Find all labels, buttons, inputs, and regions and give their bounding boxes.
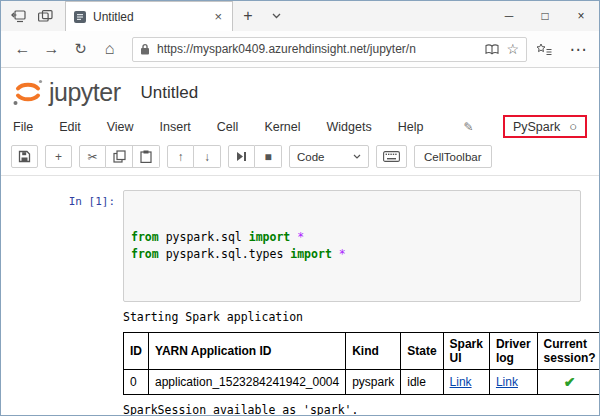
cell-toolbar-button[interactable]: CellToolbar — [414, 145, 492, 168]
keyboard-icon — [383, 151, 400, 162]
close-button[interactable]: × — [563, 1, 599, 31]
table-cell: 0 — [124, 370, 149, 395]
table-header-row: IDYARN Application IDKindStateSpark UIDr… — [124, 333, 600, 370]
cell-type-value: Code — [297, 151, 325, 163]
paste-cells-button[interactable] — [133, 145, 160, 168]
command-palette-button[interactable] — [376, 145, 407, 168]
refresh-button[interactable]: ↻ — [67, 40, 94, 58]
save-button[interactable] — [11, 145, 38, 168]
tab-bar-actions — [1, 1, 65, 31]
kernel-status-idle-icon: ○ — [569, 119, 577, 134]
step-forward-icon — [236, 151, 247, 162]
table-header-cell: Kind — [346, 333, 401, 370]
table-cell: application_1523284241942_0004 — [149, 370, 346, 395]
table-header-cell: Driver log — [489, 333, 537, 370]
table-cell: idle — [401, 370, 443, 395]
jupyter-logo[interactable]: jupyter — [11, 77, 121, 107]
menu-item-help[interactable]: Help — [398, 120, 424, 134]
move-button-group: ↑ ↓ — [167, 145, 221, 168]
maximize-button[interactable]: □ — [527, 1, 563, 31]
menu-item-cell[interactable]: Cell — [217, 120, 239, 134]
table-header-cell: YARN Application ID — [149, 333, 346, 370]
home-button[interactable]: ⌂ — [96, 40, 123, 58]
jupyter-toolbar: + ✂ ↑ ↓ ■ Code CellToolbar — [1, 142, 599, 176]
notebook-content: In [1]: from pyspark.sql import *from py… — [1, 176, 599, 415]
code-lines: from pyspark.sql import *from pyspark.sq… — [131, 229, 573, 263]
set-tabs-aside-icon[interactable] — [11, 10, 26, 23]
add-cell-button[interactable]: + — [45, 145, 72, 168]
menu-item-file[interactable]: File — [13, 120, 33, 134]
table-row: 0application_1523284241942_0004pysparkid… — [124, 370, 600, 395]
edit-mode-pencil-icon: ✎ — [463, 120, 473, 134]
cell-output-area: Starting Spark application IDYARN Applic… — [123, 310, 581, 415]
session-check-icon: ✔ — [544, 374, 596, 390]
edit-button-group: ✂ — [79, 145, 160, 168]
paste-icon — [140, 150, 152, 163]
tab-preview-icon[interactable] — [38, 10, 53, 22]
hub-icon[interactable] — [536, 43, 563, 56]
code-cell-1: In [1]: from pyspark.sql import *from py… — [1, 190, 599, 302]
move-cell-up-button[interactable]: ↑ — [167, 145, 194, 168]
navigation-bar: ← → ↻ ⌂ https://myspark0409.azurehdinsig… — [1, 31, 599, 68]
reading-view-icon[interactable] — [485, 44, 499, 55]
menu-item-edit[interactable]: Edit — [59, 120, 81, 134]
tab-title: Untitled — [93, 10, 205, 24]
run-button-group: ■ — [228, 145, 282, 168]
back-button[interactable]: ← — [9, 40, 36, 58]
tab-close-icon[interactable]: × — [212, 9, 224, 24]
driver-log-link[interactable]: Link — [496, 375, 518, 389]
table-header-cell: Spark UI — [443, 333, 489, 370]
spark-ui-link[interactable]: Link — [450, 375, 472, 389]
tab-favicon-icon — [74, 11, 86, 23]
table-cell: pyspark — [346, 370, 401, 395]
notebook-title[interactable]: Untitled — [141, 83, 199, 107]
menu-item-insert[interactable]: Insert — [160, 120, 191, 134]
minimize-button[interactable]: ─ — [491, 1, 527, 31]
more-actions-icon[interactable]: ⋯ — [565, 39, 591, 60]
run-cell-button[interactable] — [228, 145, 255, 168]
code-line: from pyspark.sql import * — [131, 229, 573, 246]
menu-item-widgets[interactable]: Widgets — [327, 120, 372, 134]
kernel-indicator-highlight: PySpark ○ — [503, 115, 587, 138]
new-tab-button[interactable]: + — [233, 1, 263, 31]
tab-bar: Untitled × + ─ □ × — [1, 1, 599, 31]
table-header-cell: State — [401, 333, 443, 370]
output-text-starting: Starting Spark application — [123, 310, 581, 324]
cell-type-dropdown[interactable]: Code — [289, 145, 369, 168]
cell-input-prompt: In [1]: — [65, 190, 115, 208]
window-controls: ─ □ × — [491, 1, 599, 31]
browser-window: Untitled × + ─ □ × ← → ↻ ⌂ https://myspa… — [0, 0, 600, 416]
table-cell: Link — [489, 370, 537, 395]
code-line: from pyspark.sql.types import * — [131, 246, 573, 263]
move-cell-down-button[interactable]: ↓ — [194, 145, 221, 168]
lock-icon — [140, 43, 150, 55]
table-cell: ✔ — [537, 370, 599, 395]
code-input-area[interactable]: from pyspark.sql import *from pyspark.sq… — [123, 190, 581, 302]
jupyter-logo-icon — [11, 77, 45, 107]
table-header-cell: Current session? — [537, 333, 599, 370]
kernel-name[interactable]: PySpark — [513, 120, 560, 134]
interrupt-kernel-button[interactable]: ■ — [255, 145, 282, 168]
jupyter-logo-text: jupyter — [49, 78, 121, 107]
spark-application-table: IDYARN Application IDKindStateSpark UIDr… — [123, 332, 599, 395]
floppy-icon — [18, 150, 31, 163]
menu-item-kernel[interactable]: Kernel — [264, 120, 300, 134]
chevron-down-icon — [353, 154, 361, 159]
copy-icon — [113, 150, 126, 163]
address-bar[interactable]: https://myspark0409.azurehdinsight.net/j… — [132, 37, 527, 62]
cut-cells-button[interactable]: ✂ — [79, 145, 106, 168]
tab-list-chevron-icon[interactable] — [263, 1, 289, 31]
jupyter-header: jupyter Untitled — [1, 68, 599, 109]
table-body: 0application_1523284241942_0004pysparkid… — [124, 370, 600, 395]
forward-button[interactable]: → — [38, 40, 65, 58]
output-text-session: SparkSession available as 'spark'. — [123, 403, 581, 415]
table-cell: Link — [443, 370, 489, 395]
url-text: https://myspark0409.azurehdinsight.net/j… — [157, 42, 478, 56]
copy-cells-button[interactable] — [106, 145, 133, 168]
browser-tab[interactable]: Untitled × — [65, 1, 233, 31]
favorite-star-icon[interactable]: ☆ — [506, 41, 519, 57]
menu-item-view[interactable]: View — [107, 120, 134, 134]
jupyter-menubar: File Edit View Insert Cell Kernel Widget… — [1, 109, 599, 142]
table-header-cell: ID — [124, 333, 149, 370]
